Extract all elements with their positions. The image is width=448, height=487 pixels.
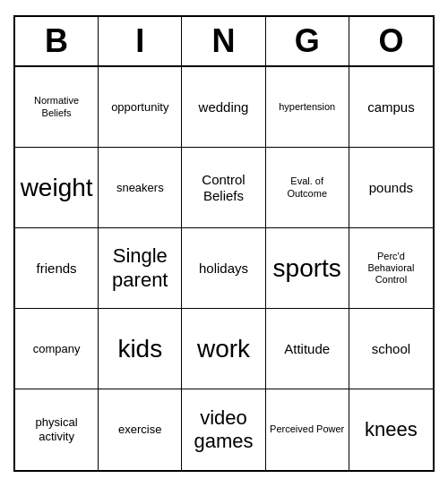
bingo-cell: knees	[349, 389, 433, 470]
bingo-cell: weight	[15, 148, 99, 228]
bingo-letter: O	[349, 17, 433, 65]
cell-text: opportunity	[111, 100, 168, 115]
cell-text: hypertension	[279, 101, 335, 113]
cell-text: campus	[367, 99, 415, 115]
bingo-cell: Control Beliefs	[182, 148, 265, 228]
cell-text: weight	[21, 173, 93, 203]
bingo-cell: exercise	[99, 389, 182, 470]
bingo-cell: kids	[99, 309, 182, 389]
cell-text: Normative Beliefs	[19, 95, 94, 118]
cell-text: knees	[365, 418, 418, 441]
cell-text: holidays	[199, 261, 248, 277]
bingo-letter: G	[266, 17, 349, 65]
cell-text: Control Beliefs	[185, 172, 261, 204]
bingo-cell: video games	[182, 389, 265, 470]
cell-text: Eval. of Outcome	[270, 175, 345, 199]
bingo-cell: friends	[15, 228, 99, 309]
bingo-letter: B	[15, 17, 99, 65]
cell-text: physical activity	[19, 415, 94, 443]
bingo-letter: N	[182, 17, 265, 65]
bingo-cell: Perc'd Behavioral Control	[349, 228, 433, 309]
cell-text: exercise	[118, 423, 161, 437]
cell-text: Perceived Power	[270, 423, 344, 435]
bingo-cell: company	[15, 309, 99, 389]
bingo-cell: Attitude	[266, 309, 349, 389]
bingo-cell: sports	[266, 228, 349, 309]
cell-text: pounds	[369, 180, 413, 196]
bingo-cell: holidays	[182, 228, 265, 309]
cell-text: work	[197, 334, 250, 364]
bingo-cell: school	[349, 309, 433, 389]
bingo-card: BINGO Normative Beliefsopportunityweddin…	[13, 15, 435, 472]
bingo-cell: sneakers	[99, 148, 182, 228]
bingo-cell: wedding	[182, 67, 265, 148]
cell-text: school	[372, 341, 410, 357]
bingo-cell: Eval. of Outcome	[266, 148, 349, 228]
cell-text: Single parent	[102, 244, 177, 292]
bingo-grid: Normative Beliefsopportunityweddinghyper…	[15, 67, 433, 470]
bingo-cell: campus	[349, 67, 433, 148]
bingo-cell: hypertension	[266, 67, 349, 148]
cell-text: friends	[37, 261, 77, 277]
bingo-cell: Single parent	[99, 228, 182, 309]
bingo-cell: physical activity	[15, 389, 99, 470]
bingo-cell: work	[182, 309, 265, 389]
cell-text: wedding	[199, 99, 249, 115]
cell-text: Attitude	[284, 341, 330, 357]
bingo-cell: pounds	[349, 148, 433, 228]
cell-text: video games	[185, 406, 261, 454]
cell-text: kids	[117, 334, 162, 364]
cell-text: company	[33, 342, 81, 356]
bingo-header: BINGO	[15, 17, 433, 67]
bingo-cell: Perceived Power	[266, 389, 349, 470]
bingo-cell: Normative Beliefs	[15, 67, 99, 148]
cell-text: Perc'd Behavioral Control	[353, 251, 429, 286]
cell-text: sneakers	[116, 181, 164, 195]
bingo-cell: opportunity	[99, 67, 182, 148]
cell-text: sports	[273, 253, 341, 284]
bingo-letter: I	[99, 17, 182, 65]
